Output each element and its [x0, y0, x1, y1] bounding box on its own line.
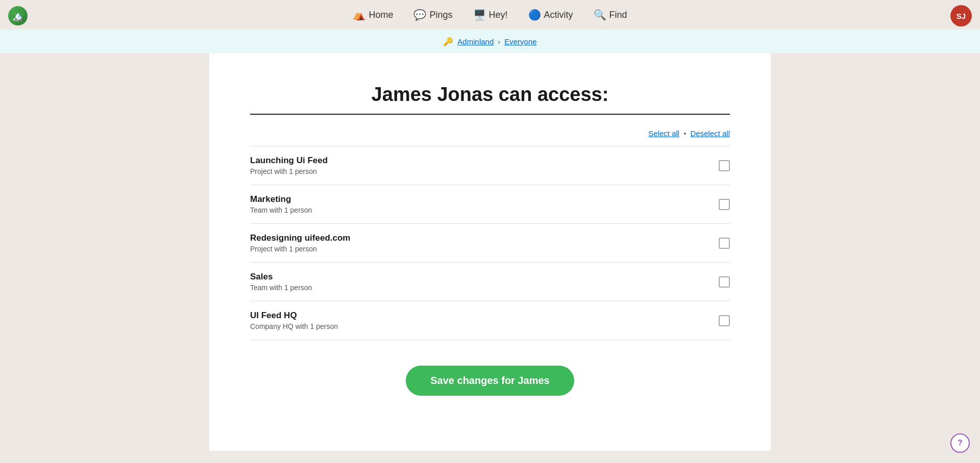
save-button-wrapper: Save changes for James	[250, 366, 730, 396]
item-info: Marketing Team with 1 person	[250, 194, 312, 214]
hey-icon: 🖥️	[473, 9, 486, 21]
find-icon: 🔍	[594, 9, 606, 21]
activity-icon: 🔵	[528, 9, 541, 21]
main-content: James Jonas can access: Select all • Des…	[209, 53, 771, 451]
item-name: UI Feed HQ	[250, 311, 338, 321]
item-checkbox[interactable]	[719, 199, 730, 210]
deselect-all-link[interactable]: Deselect all	[690, 129, 730, 138]
item-name: Sales	[250, 272, 312, 282]
item-description: Project with 1 person	[250, 167, 328, 175]
logo-icon: 🏔️	[12, 10, 24, 22]
help-button[interactable]: ?	[950, 433, 970, 453]
item-description: Company HQ with 1 person	[250, 322, 338, 330]
user-avatar[interactable]: SJ	[950, 5, 972, 27]
select-all-link[interactable]: Select all	[648, 129, 679, 138]
access-item: Sales Team with 1 person	[250, 263, 730, 301]
nav-find-label: Find	[609, 10, 627, 20]
item-name: Launching Ui Feed	[250, 156, 328, 166]
item-checkbox[interactable]	[719, 276, 730, 288]
nav-pings-label: Pings	[429, 10, 452, 20]
select-controls: Select all • Deselect all	[250, 129, 730, 138]
select-dot: •	[683, 129, 686, 138]
home-icon: ⛺	[353, 9, 365, 21]
item-checkbox[interactable]	[719, 160, 730, 171]
app-logo: 🏔️	[8, 6, 28, 25]
top-navigation: ⛺ Home 💬 Pings 🖥️ Hey! 🔵 Activity 🔍 Find	[0, 0, 980, 30]
adminland-link[interactable]: Adminland	[457, 37, 494, 46]
nav-home[interactable]: ⛺ Home	[353, 9, 393, 21]
save-button[interactable]: Save changes for James	[406, 366, 574, 396]
access-item: Marketing Team with 1 person	[250, 185, 730, 224]
item-description: Project with 1 person	[250, 245, 350, 253]
item-description: Team with 1 person	[250, 284, 312, 292]
help-icon: ?	[958, 439, 963, 448]
nav-activity[interactable]: 🔵 Activity	[528, 9, 573, 21]
nav-activity-label: Activity	[544, 10, 573, 20]
page-title: James Jonas can access:	[250, 84, 730, 106]
item-info: Launching Ui Feed Project with 1 person	[250, 156, 328, 175]
access-item: Redesigning uifeed.com Project with 1 pe…	[250, 224, 730, 263]
item-checkbox[interactable]	[719, 315, 730, 326]
nav-hey-label: Hey!	[489, 10, 508, 20]
nav-find[interactable]: 🔍 Find	[594, 9, 627, 21]
item-checkbox[interactable]	[719, 238, 730, 249]
adminland-icon: 🔑	[443, 37, 453, 46]
everyone-link[interactable]: Everyone	[504, 37, 536, 46]
item-name: Redesigning uifeed.com	[250, 233, 350, 243]
item-info: Sales Team with 1 person	[250, 272, 312, 292]
access-list: Launching Ui Feed Project with 1 person …	[250, 146, 730, 340]
nav-hey[interactable]: 🖥️ Hey!	[473, 9, 508, 21]
access-item: UI Feed HQ Company HQ with 1 person	[250, 301, 730, 340]
item-description: Team with 1 person	[250, 206, 312, 214]
nav-home-label: Home	[369, 10, 393, 20]
pings-icon: 💬	[413, 9, 426, 21]
item-info: UI Feed HQ Company HQ with 1 person	[250, 311, 338, 330]
item-info: Redesigning uifeed.com Project with 1 pe…	[250, 233, 350, 253]
user-initials: SJ	[957, 12, 966, 20]
item-name: Marketing	[250, 194, 312, 204]
breadcrumb-separator: ›	[498, 37, 500, 46]
breadcrumb: 🔑 Adminland › Everyone	[0, 30, 980, 53]
access-item: Launching Ui Feed Project with 1 person	[250, 146, 730, 185]
title-divider	[250, 114, 730, 115]
nav-pings[interactable]: 💬 Pings	[413, 9, 452, 21]
